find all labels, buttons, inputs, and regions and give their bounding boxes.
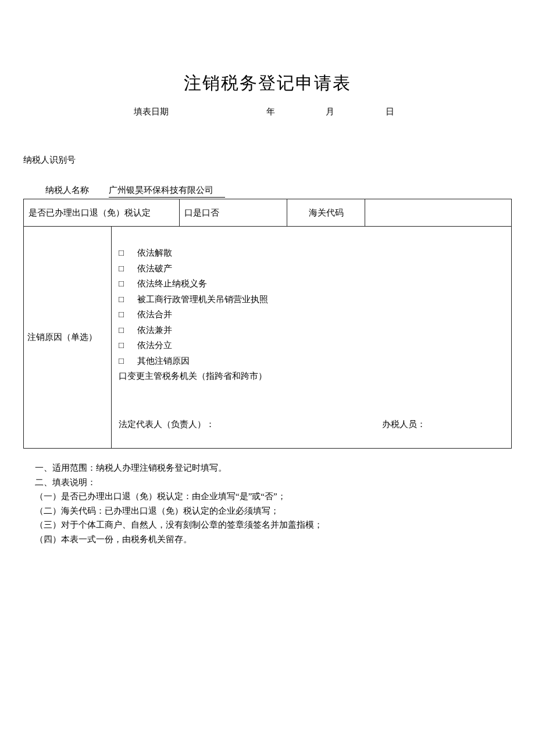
export-exempt-value[interactable]: 口是口否 [180, 199, 287, 227]
year-label: 年 [266, 105, 275, 119]
reason-text: 依法合并 [137, 310, 172, 319]
legal-rep-signature-label: 法定代表人（负责人）： [119, 418, 382, 431]
reason-option[interactable]: □被工商行政管理机关吊销营业执照 [119, 293, 504, 306]
reason-option[interactable]: □依法破产 [119, 262, 504, 275]
note-line: （二）海关代码：已办理出口退（免）税认定的企业必须填写； [35, 504, 512, 518]
month-label: 月 [326, 105, 334, 119]
checkbox-icon[interactable]: □ [119, 262, 137, 275]
reason-option[interactable]: □依法终止纳税义务 [119, 277, 504, 291]
checkbox-icon[interactable]: □ [119, 308, 137, 321]
customs-code-label: 海关代码 [287, 199, 365, 227]
note-line: 一、适用范围：纳税人办理注销税务登记时填写。 [35, 461, 512, 475]
customs-code-value[interactable] [365, 199, 512, 227]
taxpayer-id-row: 纳税人识别号 [23, 153, 512, 167]
taxpayer-id-label: 纳税人识别号 [23, 155, 76, 164]
note-line: 二、填表说明： [35, 476, 512, 489]
form-notes: 一、适用范围：纳税人办理注销税务登记时填写。二、填表说明：（一）是否已办理出口退… [23, 461, 512, 546]
day-label: 日 [386, 105, 394, 119]
taxpayer-name-value[interactable]: 广州银昊环保科技有限公司 [109, 184, 225, 198]
reason-option[interactable]: □依法兼并 [119, 324, 504, 337]
checkbox-icon[interactable]: □ [119, 293, 137, 306]
taxpayer-name-row: 纳税人名称 广州银昊环保科技有限公司 [23, 184, 512, 198]
table-row: 是否已办理出口退（免）税认定 口是口否 海关代码 [24, 199, 512, 227]
note-line: （一）是否已办理出口退（免）税认定：由企业填写“是”或“否”； [35, 490, 512, 503]
checkbox-icon[interactable]: □ [119, 277, 137, 291]
reason-text: 依法解散 [137, 248, 172, 257]
reason-option[interactable]: □依法解散 [119, 246, 504, 260]
checkbox-icon[interactable]: □ [119, 246, 137, 260]
reason-option[interactable]: □依法分立 [119, 339, 504, 352]
page-title: 注销税务登记申请表 [23, 70, 512, 96]
export-exempt-label: 是否已办理出口退（免）税认定 [24, 199, 180, 227]
reason-option[interactable]: □其他注销原因 [119, 354, 504, 368]
reason-text: 其他注销原因 [137, 356, 190, 366]
fill-date-label: 填表日期 [134, 105, 169, 119]
cancel-reason-label: 注销原因（单选） [24, 227, 112, 449]
reason-option[interactable]: □依法合并 [119, 308, 504, 321]
checkbox-icon[interactable]: □ [119, 324, 137, 337]
reason-text: 依法分立 [137, 341, 172, 350]
note-line: （三）对于个体工商户、自然人，没有刻制公章的签章须签名并加盖指模； [35, 518, 512, 532]
reason-text: 依法终止纳税义务 [137, 279, 207, 288]
note-line: （四）本表一式一份，由税务机关留存。 [35, 533, 512, 546]
reason-text: 依法兼并 [137, 325, 172, 335]
taxpayer-name-label: 纳税人名称 [45, 184, 89, 197]
reason-text: 依法破产 [137, 264, 172, 273]
cancel-reason-options: □依法解散□依法破产□依法终止纳税义务□被工商行政管理机关吊销营业执照□依法合并… [112, 227, 512, 449]
checkbox-icon[interactable]: □ [119, 354, 137, 368]
fill-date-row: 填表日期 年 月 日 [23, 105, 512, 119]
form-table: 是否已办理出口退（免）税认定 口是口否 海关代码 注销原因（单选） □依法解散□… [23, 199, 512, 449]
table-row: 注销原因（单选） □依法解散□依法破产□依法终止纳税义务□被工商行政管理机关吊销… [24, 227, 512, 449]
checkbox-icon[interactable]: □ [119, 339, 137, 352]
reason-extra[interactable]: 口变更主管税务机关（指跨省和跨市） [119, 370, 504, 383]
reason-text: 被工商行政管理机关吊销营业执照 [137, 295, 268, 304]
tax-officer-signature-label: 办税人员： [382, 418, 504, 431]
